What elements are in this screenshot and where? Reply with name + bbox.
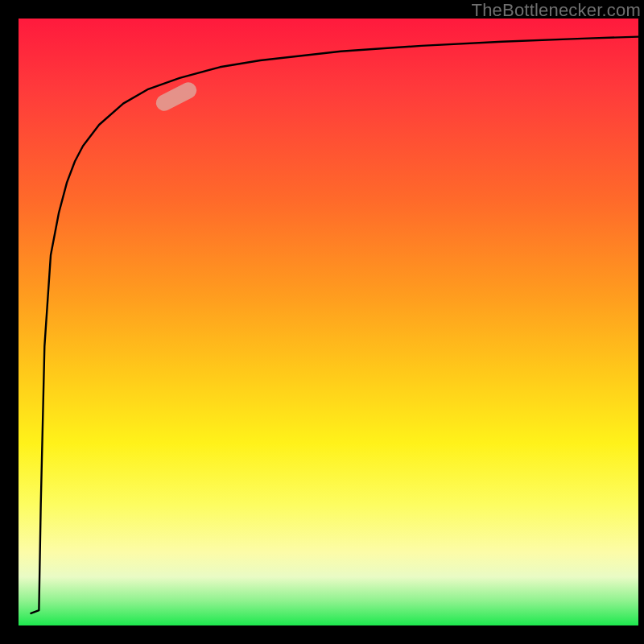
chart-frame: TheBottlenecker.com	[0, 0, 644, 644]
plot-area	[19, 19, 638, 625]
watermark-text: TheBottlenecker.com	[472, 0, 641, 21]
bottleneck-curve	[19, 19, 638, 625]
highlight-marker	[154, 79, 200, 113]
